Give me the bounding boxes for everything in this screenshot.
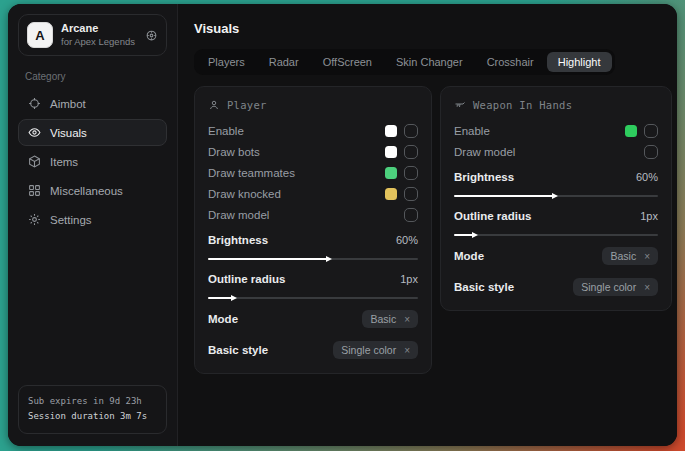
remove-tag-icon[interactable]: × <box>644 282 650 293</box>
mode-row: Mode Basic × <box>454 245 658 267</box>
sidebar-item-label: Settings <box>50 214 92 226</box>
mode-tag[interactable]: Basic × <box>362 310 418 328</box>
sidebar-item-aimbot[interactable]: Aimbot <box>18 90 167 117</box>
panel-title: Weapon In Hands <box>473 99 572 111</box>
slider-label: Brightness <box>208 234 268 246</box>
toggle-row-draw-knocked: Draw knocked <box>208 183 418 204</box>
crosshair-icon <box>28 97 41 110</box>
tab-offscreen[interactable]: OffScreen <box>312 52 383 72</box>
player-panel-header: Player <box>208 99 418 111</box>
remove-tag-icon[interactable]: × <box>404 314 410 325</box>
visuals-tabbar: Players Radar OffScreen Skin Changer Cro… <box>194 49 615 75</box>
tag-row-label: Basic style <box>208 344 268 356</box>
app-title: Arcane <box>61 22 135 36</box>
slider-value: 60% <box>636 171 658 183</box>
player-panel: Player Enable Draw bots <box>194 86 432 374</box>
panel-container: Player Enable Draw bots <box>194 86 672 374</box>
checkbox[interactable] <box>404 166 418 180</box>
toggle-label: Enable <box>454 125 490 137</box>
session-duration-text: Session duration 3m 7s <box>28 409 157 425</box>
main-area: Visuals Players Radar OffScreen Skin Cha… <box>178 4 677 446</box>
toggle-label: Draw model <box>208 209 269 221</box>
checkbox[interactable] <box>404 187 418 201</box>
brightness-slider[interactable] <box>208 258 418 260</box>
remove-tag-icon[interactable]: × <box>404 345 410 356</box>
tag-value: Basic <box>370 313 396 325</box>
session-info-box: Sub expires in 9d 23h Session duration 3… <box>18 385 167 435</box>
toggle-label: Draw bots <box>208 146 260 158</box>
toggle-row-draw-model: Draw model <box>454 141 658 162</box>
basic-style-row: Basic style Single color × <box>208 339 418 361</box>
tag-value: Basic <box>610 250 636 262</box>
color-swatch[interactable] <box>385 125 397 137</box>
outline-radius-slider[interactable] <box>208 297 418 299</box>
checkbox[interactable] <box>644 145 658 159</box>
basic-style-tag[interactable]: Single color × <box>573 278 658 296</box>
slider-label: Brightness <box>454 171 514 183</box>
eye-icon <box>28 126 41 139</box>
toggle-row-draw-teammates: Draw teammates <box>208 162 418 183</box>
app-subtitle: for Apex Legends <box>61 36 135 48</box>
weapon-panel-header: Weapon In Hands <box>454 99 658 111</box>
toggle-row-enable: Enable <box>208 120 418 141</box>
sidebar-item-miscellaneous[interactable]: Miscellaneous <box>18 177 167 204</box>
brightness-slider[interactable] <box>454 195 658 197</box>
color-swatch[interactable] <box>385 167 397 179</box>
color-swatch[interactable] <box>385 146 397 158</box>
brightness-slider-block: Brightness 60% <box>208 230 418 260</box>
tag-row-label: Basic style <box>454 281 514 293</box>
outline-radius-slider[interactable] <box>454 234 658 236</box>
sidebar-item-label: Aimbot <box>50 98 86 110</box>
slider-thumb[interactable] <box>552 193 558 199</box>
slider-thumb[interactable] <box>472 232 478 238</box>
color-swatch[interactable] <box>385 188 397 200</box>
checkbox[interactable] <box>644 124 658 138</box>
toggle-label: Draw knocked <box>208 188 281 200</box>
player-scan-icon <box>208 99 220 111</box>
category-label: Category <box>25 71 160 82</box>
tab-crosshair[interactable]: Crosshair <box>476 52 545 72</box>
toggle-label: Draw model <box>454 146 515 158</box>
gear-icon <box>28 213 41 226</box>
outline-radius-slider-block: Outline radius 1px <box>208 269 418 299</box>
tag-value: Single color <box>581 281 636 293</box>
slider-label: Outline radius <box>208 273 285 285</box>
panel-title: Player <box>227 99 267 111</box>
basic-style-tag[interactable]: Single color × <box>333 341 418 359</box>
toggle-row-enable: Enable <box>454 120 658 141</box>
toggle-label: Enable <box>208 125 244 137</box>
sidebar-item-visuals[interactable]: Visuals <box>18 119 167 146</box>
mode-tag[interactable]: Basic × <box>602 247 658 265</box>
color-swatch[interactable] <box>625 125 637 137</box>
app-window: A Arcane for Apex Legends Category Aimbo… <box>8 4 677 446</box>
tag-row-label: Mode <box>454 250 484 262</box>
sidebar-item-items[interactable]: Items <box>18 148 167 175</box>
remove-tag-icon[interactable]: × <box>644 251 650 262</box>
mode-row: Mode Basic × <box>208 308 418 330</box>
tag-value: Single color <box>341 344 396 356</box>
basic-style-row: Basic style Single color × <box>454 276 658 298</box>
slider-value: 1px <box>400 273 418 285</box>
checkbox[interactable] <box>404 124 418 138</box>
box-icon <box>28 155 41 168</box>
account-settings-icon[interactable] <box>145 29 158 42</box>
sidebar-item-settings[interactable]: Settings <box>18 206 167 233</box>
sidebar-item-label: Miscellaneous <box>50 185 123 197</box>
tab-radar[interactable]: Radar <box>258 52 310 72</box>
checkbox[interactable] <box>404 208 418 222</box>
brand-card: A Arcane for Apex Legends <box>18 14 167 56</box>
brightness-slider-block: Brightness 60% <box>454 167 658 197</box>
toggle-row-draw-model: Draw model <box>208 204 418 225</box>
weapon-icon <box>454 99 466 111</box>
toggle-row-draw-bots: Draw bots <box>208 141 418 162</box>
slider-thumb[interactable] <box>326 256 332 262</box>
grid-icon <box>28 184 41 197</box>
sidebar: A Arcane for Apex Legends Category Aimbo… <box>8 4 178 446</box>
brand-text: Arcane for Apex Legends <box>61 22 135 48</box>
sidebar-item-label: Items <box>50 156 78 168</box>
tab-skin-changer[interactable]: Skin Changer <box>385 52 474 72</box>
tab-highlight[interactable]: Highlight <box>547 52 612 72</box>
checkbox[interactable] <box>404 145 418 159</box>
slider-thumb[interactable] <box>231 295 237 301</box>
tab-players[interactable]: Players <box>197 52 256 72</box>
